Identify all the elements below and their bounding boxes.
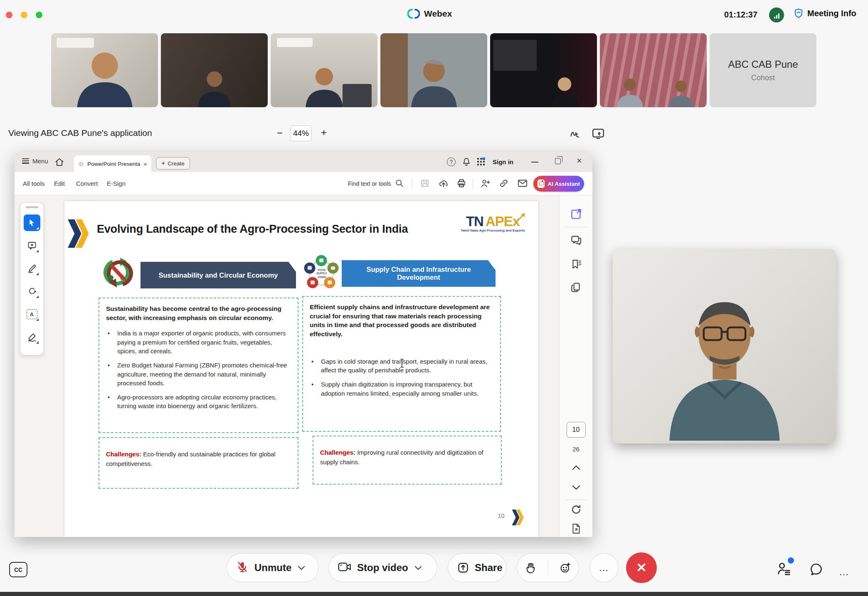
all-tools-menu[interactable]: All tools xyxy=(23,180,45,187)
star-icon[interactable]: ☆ xyxy=(78,160,84,168)
raise-hand-button[interactable] xyxy=(525,562,536,574)
previous-page-button[interactable] xyxy=(571,464,581,471)
participant-name: ABC CAB Pune xyxy=(728,59,798,70)
comments-panel-icon[interactable] xyxy=(570,234,582,246)
page-thumbnails-icon[interactable] xyxy=(570,282,582,293)
closed-captions-button[interactable]: CC xyxy=(9,562,27,577)
active-speaker-video[interactable] xyxy=(613,249,836,443)
leave-icon: ✕ xyxy=(636,562,646,574)
remote-control-icon[interactable] xyxy=(591,126,605,140)
sign-in-button[interactable]: Sign in xyxy=(493,158,513,165)
right-intro: Efficient supply chains and infrastructu… xyxy=(310,303,493,339)
reactions-button[interactable] xyxy=(560,562,571,574)
print-icon[interactable] xyxy=(456,178,466,188)
left-content-box: Sustainability has become central to the… xyxy=(99,298,298,433)
share-button[interactable]: Share xyxy=(448,553,507,582)
home-button[interactable] xyxy=(54,157,64,167)
bookmarks-panel-icon[interactable] xyxy=(570,259,582,270)
email-icon[interactable] xyxy=(518,179,528,188)
ai-assistant-button[interactable]: AI Assistant xyxy=(533,176,584,192)
save-icon[interactable] xyxy=(420,179,429,188)
zoom-in-button[interactable]: + xyxy=(321,127,327,138)
chat-button[interactable] xyxy=(809,562,824,577)
macos-minimize-button[interactable] xyxy=(21,12,27,18)
bullet-text: India is a major exporter of organic pro… xyxy=(117,329,291,355)
participant-video-tile[interactable] xyxy=(490,33,597,107)
request-signature-icon[interactable] xyxy=(480,178,490,188)
participants-button[interactable] xyxy=(776,560,792,579)
unmute-button[interactable]: Unmute xyxy=(227,553,319,582)
food-supply-chain-icon: FOOD SUPPLY CHAIN xyxy=(302,254,340,294)
chevron-down-icon[interactable] xyxy=(297,565,306,571)
text-cursor-icon xyxy=(399,358,404,370)
acrobat-menu-button[interactable]: Menu xyxy=(22,157,48,165)
macos-zoom-button[interactable] xyxy=(36,12,42,18)
slide-chevron-decor xyxy=(68,214,89,254)
help-icon[interactable]: ? xyxy=(447,158,456,166)
participants-badge xyxy=(788,557,794,564)
add-comment-tool[interactable] xyxy=(24,237,40,254)
zoom-out-button[interactable]: − xyxy=(277,127,283,139)
window-close-button[interactable]: × xyxy=(577,155,582,166)
tab-close-icon[interactable]: × xyxy=(143,160,147,167)
window-restore-button[interactable] xyxy=(555,158,561,164)
stop-video-label: Stop video xyxy=(357,562,408,574)
chevron-down-icon[interactable] xyxy=(414,565,422,571)
export-convert-icon[interactable] xyxy=(570,208,582,222)
zoom-level-value[interactable]: 44% xyxy=(290,126,312,141)
leave-meeting-button[interactable]: ✕ xyxy=(626,552,657,583)
search-icon[interactable] xyxy=(395,179,404,188)
refresh-icon[interactable] xyxy=(570,504,582,515)
export-pdf-icon[interactable] xyxy=(571,523,582,534)
connection-quality-icon[interactable] xyxy=(769,7,784,22)
document-tab-title: PowerPoint Presentation xyxy=(87,161,140,167)
bullet-item: •Supply chain digitization is improving … xyxy=(310,380,493,398)
link-icon[interactable] xyxy=(499,178,509,188)
mic-muted-icon xyxy=(236,561,249,575)
more-options-button[interactable]: … xyxy=(589,553,619,582)
document-tab[interactable]: ☆ PowerPoint Presentation × xyxy=(74,155,151,172)
next-page-button[interactable] xyxy=(571,484,581,491)
participant-name-tile[interactable]: ABC CAB Pune Cohost xyxy=(710,33,816,107)
window-minimize-button[interactable] xyxy=(531,162,538,163)
select-tool[interactable] xyxy=(24,214,40,231)
pill-divider xyxy=(548,560,548,576)
challenges-label: Challenges: xyxy=(320,449,355,456)
bullet-marker: • xyxy=(108,393,112,411)
participant-role: Cohost xyxy=(751,74,775,82)
highlight-pen-tool[interactable] xyxy=(24,260,40,277)
macos-close-button[interactable] xyxy=(6,12,12,18)
find-label[interactable]: Find text or tools xyxy=(348,180,391,187)
ai-assistant-icon xyxy=(538,180,545,188)
page-number-input[interactable]: 10 xyxy=(567,422,586,438)
logo-tn: TN xyxy=(466,214,483,229)
drag-handle[interactable] xyxy=(26,206,38,208)
edit-menu[interactable]: Edit xyxy=(54,180,65,187)
create-tab-button[interactable]: + Create xyxy=(156,157,190,170)
share-label: Share xyxy=(475,562,503,574)
participant-video-tile[interactable] xyxy=(161,33,268,107)
notifications-bell-icon[interactable] xyxy=(461,157,471,167)
sidebar-divider xyxy=(565,227,587,227)
add-text-tool[interactable]: A xyxy=(24,306,40,323)
participant-video-tile[interactable] xyxy=(600,33,707,107)
participant-video-tile[interactable] xyxy=(271,33,377,107)
camera-icon xyxy=(338,562,351,574)
esign-menu[interactable]: E-Sign xyxy=(107,180,126,187)
draw-tool[interactable] xyxy=(24,283,40,300)
right-banner: Supply Chain and Infrastructure Developm… xyxy=(342,260,496,287)
participant-video-tile[interactable] xyxy=(380,33,487,107)
acrobat-toolbar: All tools Edit Convert E-Sign Find text … xyxy=(15,172,592,195)
fill-sign-tool[interactable] xyxy=(24,329,40,345)
stop-video-button[interactable]: Stop video xyxy=(328,553,437,582)
convert-menu[interactable]: Convert xyxy=(76,180,98,187)
meeting-info-button[interactable]: Meeting Info xyxy=(793,7,856,19)
upload-cloud-icon[interactable] xyxy=(439,178,449,188)
bottom-edge-strip xyxy=(0,592,868,596)
annotate-icon[interactable] xyxy=(569,127,582,140)
apps-grid-icon[interactable] xyxy=(477,158,485,167)
meeting-info-label: Meeting Info xyxy=(807,9,856,18)
participant-video-tile[interactable] xyxy=(51,33,158,107)
overflow-menu-button[interactable]: … xyxy=(839,566,850,578)
bullet-text: Agro-processors are adopting circular ec… xyxy=(117,393,291,411)
